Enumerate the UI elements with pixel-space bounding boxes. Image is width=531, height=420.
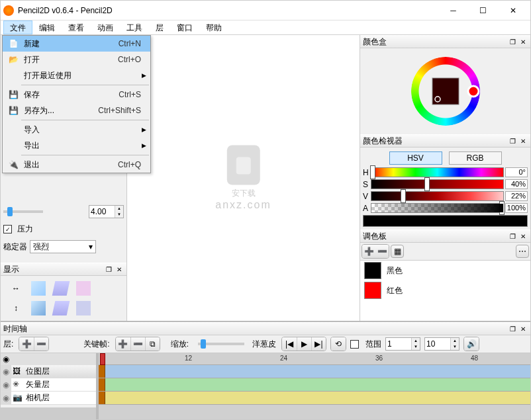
layer-row-camera[interactable]: ◉📷相机层 [1,392,96,405]
canvas[interactable]: 安下载 anxz.com [126,35,360,321]
close-button[interactable]: ✕ [498,1,528,20]
minimize-button[interactable]: ─ [438,1,468,20]
overlay1-icon[interactable] [76,281,91,296]
alpha-value[interactable]: 100% [505,203,528,213]
play-button[interactable]: ▶ [297,337,311,351]
palette-add-button[interactable]: ➕ [362,245,375,258]
flip-horizontal-icon[interactable]: ↔ [9,281,23,296]
layer-scrollbar[interactable] [1,407,96,419]
val-slider[interactable] [371,191,504,201]
palette-options-button[interactable]: ⋯ [516,245,529,258]
hsv-tab[interactable]: HSV [389,151,442,165]
layer-remove-button[interactable]: ➖ [34,337,48,351]
layer-row-vector[interactable]: ◉✳矢量层 [1,378,96,392]
menu-import[interactable]: 导入 ▶ [3,122,150,138]
layer-row-bitmap[interactable]: ◉🖼位图层 [1,365,96,378]
thin-lines-icon[interactable] [31,281,46,296]
undock-icon[interactable]: ❐ [508,37,517,46]
palette-item[interactable]: 红色 [360,280,530,300]
loop-button[interactable]: ⟲ [331,337,346,351]
close-panel-icon[interactable]: ✕ [115,265,124,274]
menu-file[interactable]: 文件 [3,21,32,34]
svg-rect-1 [432,78,459,105]
undock-icon[interactable]: ❐ [508,136,517,146]
outlines2-icon[interactable] [52,301,70,315]
keyframe-icon[interactable] [99,378,105,391]
undock-icon[interactable]: ❐ [508,324,517,333]
brush-size-spinner[interactable]: ▲▼ [89,205,124,218]
overlay2-icon[interactable] [76,301,91,315]
sat-value[interactable]: 40% [505,179,528,189]
color-wheel[interactable] [360,48,530,134]
menu-help[interactable]: 帮助 [199,21,228,34]
close-panel-icon[interactable]: ✕ [518,231,528,241]
alpha-slider[interactable] [371,203,504,213]
close-panel-icon[interactable]: ✕ [518,324,528,333]
undock-icon[interactable]: ❐ [104,265,113,274]
outlines-icon[interactable] [52,281,70,296]
track-bitmap[interactable] [99,365,530,378]
stabilizer-label: 稳定器 [3,241,27,253]
menu-exit[interactable]: 🔌 退出 Ctrl+Q [3,157,150,173]
keyframe-label: 关键帧: [83,339,109,350]
inspector-header: 颜色检视器 ❐ ✕ [360,134,530,147]
timeline-ruler[interactable]: 12 24 36 48 [99,353,530,365]
menu-save-as[interactable]: 💾 另存为... Ctrl+Shift+S [3,103,150,118]
play-start-button[interactable]: |◀ [282,337,297,351]
layer-label: 层: [3,339,13,350]
pressure-checkbox[interactable]: ✓ [3,225,12,233]
menu-export[interactable]: 导出 ▶ [3,138,150,153]
menu-open[interactable]: 📂 打开 Ctrl+O [3,52,150,67]
keyframe-icon[interactable] [99,365,105,378]
zoom-label: 缩放: [171,339,189,350]
undock-icon[interactable]: ❐ [508,231,517,241]
val-value[interactable]: 22% [505,191,528,201]
menu-save[interactable]: 💾 保存 Ctrl+S [3,87,150,103]
new-file-icon: 📄 [7,38,20,49]
flip-vertical-icon[interactable]: ↕ [9,301,23,315]
current-color-swatch [363,215,528,227]
palette-remove-button[interactable]: ➖ [375,245,389,258]
sat-slider[interactable] [371,179,504,189]
keyframe-icon[interactable] [99,392,105,404]
menu-edit[interactable]: 编辑 [32,21,62,34]
menu-new[interactable]: 📄 新建 Ctrl+N [3,36,150,52]
menu-layer[interactable]: 层 [149,21,170,34]
spin-up-icon[interactable]: ▲ [115,206,123,212]
track-camera[interactable] [99,392,530,405]
palette-item[interactable]: 黑色 [360,261,530,280]
menu-animation[interactable]: 动画 [91,21,120,34]
zoom-slider[interactable] [198,343,244,345]
menu-view[interactable]: 查看 [62,21,91,34]
close-panel-icon[interactable]: ✕ [518,136,528,146]
rgb-tab[interactable]: RGB [449,151,502,165]
range-end-spinner[interactable]: ▲▼ [424,337,459,351]
track-vector[interactable] [99,378,530,392]
menu-open-recent[interactable]: 打开最近使用 ▶ [3,67,150,83]
playhead-icon[interactable] [100,353,105,365]
close-panel-icon[interactable]: ✕ [518,37,528,46]
range-start-spinner[interactable]: ▲▼ [385,337,420,351]
palette-menu-button[interactable]: ▦ [391,245,404,258]
stabilizer-combo[interactable]: 强烈 ▾ [30,240,96,253]
layer-add-button[interactable]: ➕ [19,337,34,351]
hue-slider[interactable] [371,167,504,177]
range-checkbox[interactable] [350,340,359,349]
menu-tools[interactable]: 工具 [120,21,149,34]
timeline-tracks[interactable]: 12 24 36 48 [99,353,530,419]
hue-value[interactable]: 0° [505,167,528,177]
thin-lines2-icon[interactable] [31,301,46,315]
watermark: 安下载 anxz.com [215,146,271,211]
sound-button[interactable]: 🔊 [464,337,479,351]
keyframe-dup-button[interactable]: ⧉ [145,337,160,351]
brush-size-slider[interactable] [3,210,43,213]
keyframe-add-button[interactable]: ➕ [116,337,130,351]
menu-window[interactable]: 窗口 [170,21,199,34]
spin-down-icon[interactable]: ▼ [115,212,123,218]
layer-list-header: ◉ [1,353,96,365]
maximize-button[interactable]: ☐ [468,1,498,20]
range-label: 范围 [365,339,381,350]
brush-size-input[interactable] [89,206,115,218]
keyframe-remove-button[interactable]: ➖ [130,337,145,351]
play-end-button[interactable]: ▶| [311,337,326,351]
